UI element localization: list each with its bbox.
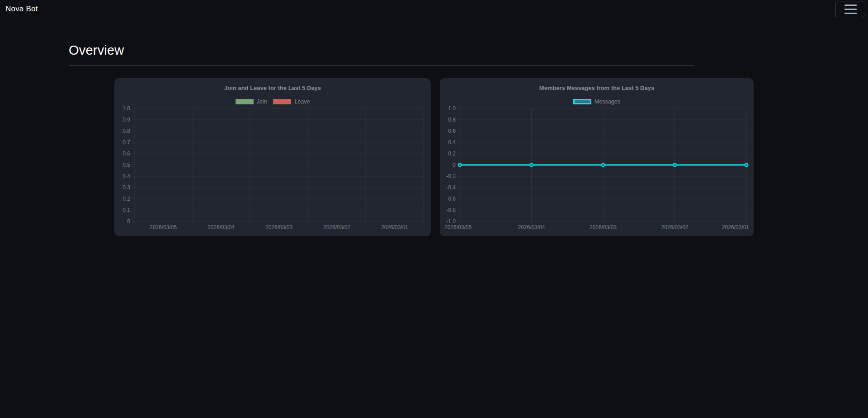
- svg-text:0.1: 0.1: [123, 207, 130, 213]
- join-leave-chart-title: Join and Leave for the Last 5 Days: [118, 85, 427, 91]
- join-legend-label: Join: [257, 99, 267, 105]
- svg-text:0: 0: [453, 162, 456, 168]
- svg-text:1.0: 1.0: [448, 106, 456, 112]
- svg-text:-1.0: -1.0: [446, 218, 456, 225]
- leave-legend-swatch: [273, 99, 291, 104]
- svg-text:0.6: 0.6: [448, 128, 456, 134]
- messages-chart-legend: Messages: [443, 99, 750, 105]
- svg-text:0.9: 0.9: [123, 117, 130, 123]
- section-header: Overview: [69, 43, 694, 66]
- page-title: Overview: [69, 43, 694, 58]
- menu-toggle-button[interactable]: [835, 1, 865, 17]
- charts-row: Join and Leave for the Last 5 Days Join …: [0, 78, 868, 236]
- messages-chart-card: Members Messages from the Last 5 Days Me…: [440, 78, 754, 236]
- svg-text:2026/03/01: 2026/03/01: [381, 224, 408, 230]
- svg-text:2026/03/04: 2026/03/04: [518, 224, 545, 230]
- top-navbar: Nova Bot: [0, 0, 868, 18]
- messages-legend-swatch: [573, 99, 591, 104]
- svg-text:2026/03/02: 2026/03/02: [323, 224, 350, 230]
- messages-chart-title: Members Messages from the Last 5 Days: [443, 85, 750, 91]
- svg-text:-0.8: -0.8: [446, 207, 456, 213]
- svg-text:2026/03/04: 2026/03/04: [208, 224, 235, 230]
- svg-text:2026/03/01: 2026/03/01: [722, 224, 749, 230]
- svg-text:2026/03/02: 2026/03/02: [661, 224, 688, 230]
- svg-text:0.3: 0.3: [123, 184, 130, 191]
- svg-text:0.8: 0.8: [123, 128, 130, 134]
- messages-line-chart: 1.00.80.60.40.20-0.2-0.4-0.6-0.8-1.02026…: [443, 106, 750, 232]
- svg-text:2026/03/05: 2026/03/05: [150, 224, 177, 230]
- messages-legend-label: Messages: [594, 99, 620, 105]
- svg-text:0.5: 0.5: [123, 162, 130, 168]
- svg-text:-0.2: -0.2: [446, 173, 456, 179]
- join-leave-bar-chart: 1.00.90.80.70.60.50.40.30.20.102026/03/0…: [118, 106, 427, 232]
- join-leave-chart-card: Join and Leave for the Last 5 Days Join …: [114, 78, 431, 236]
- legend-item-messages[interactable]: Messages: [573, 99, 620, 105]
- leave-legend-label: Leave: [294, 99, 310, 105]
- section-divider: [69, 66, 694, 66]
- svg-text:1.0: 1.0: [123, 106, 130, 112]
- legend-item-leave[interactable]: Leave: [273, 99, 310, 105]
- svg-text:0.2: 0.2: [123, 196, 130, 202]
- hamburger-icon: [844, 5, 857, 14]
- legend-item-join[interactable]: Join: [236, 99, 267, 105]
- svg-text:2026/03/05: 2026/03/05: [444, 224, 472, 230]
- svg-text:0.8: 0.8: [448, 117, 456, 123]
- svg-text:0: 0: [127, 218, 130, 225]
- join-legend-swatch: [236, 99, 254, 104]
- svg-text:0.4: 0.4: [123, 173, 130, 179]
- svg-text:-0.6: -0.6: [446, 196, 456, 202]
- svg-text:0.6: 0.6: [123, 150, 130, 157]
- join-leave-chart-legend: Join Leave: [118, 99, 427, 105]
- svg-text:-0.4: -0.4: [446, 184, 456, 191]
- svg-text:2026/03/03: 2026/03/03: [265, 224, 292, 230]
- svg-text:0.4: 0.4: [448, 139, 456, 146]
- navbar-brand[interactable]: Nova Bot: [5, 5, 38, 14]
- svg-text:0.2: 0.2: [448, 150, 456, 157]
- svg-text:2026/03/03: 2026/03/03: [590, 224, 617, 230]
- main-content: Overview Join and Leave for the Last 5 D…: [0, 18, 868, 236]
- svg-text:0.7: 0.7: [123, 139, 130, 146]
